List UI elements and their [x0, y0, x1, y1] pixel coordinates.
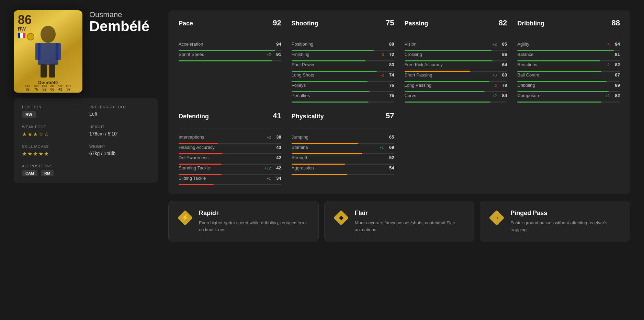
stat-val-curve: 84 — [499, 93, 507, 98]
stat-category-dribbling: Dribbling 88 Agility -4 94 Balance 81 — [517, 19, 620, 103]
rapid-icon: ⚡ — [177, 210, 193, 226]
info-position: Position RW — [22, 105, 82, 118]
stat-val-balance: 81 — [612, 52, 620, 57]
stat-val-acceleration: 94 — [273, 42, 281, 47]
traits-container: ⚡ Rapid+ Even higher sprint speed while … — [168, 201, 630, 241]
flag-stripe-blue — [18, 33, 20, 38]
skill-moves-label: Skill Moves — [22, 144, 82, 149]
stat-row-acceleration: Acceleration 94 — [179, 42, 281, 47]
stat-name-sprint-speed: Sprint Speed — [179, 52, 263, 57]
stat-mod-reactions: -2 — [601, 63, 610, 67]
stat-category-physicality: Physicality 57 Jumping 65 Stamina +1 69 — [292, 111, 394, 186]
card-name-bottom: Dembélé — [14, 80, 82, 85]
stat-placeholder-2 — [517, 111, 620, 186]
svg-rect-5 — [49, 64, 55, 78]
stat-bar-acceleration — [179, 50, 275, 51]
stat-mod-curve: +2 — [488, 94, 497, 98]
stat-row-composure: Composure +1 82 — [517, 93, 620, 98]
stat-row-interceptions: Interceptions +2 38 — [179, 134, 281, 140]
stat-row-sprint-speed: Sprint Speed +2 91 — [179, 52, 281, 57]
stat-mod-finishing: -3 — [376, 52, 384, 57]
physicality-value: 57 — [386, 111, 394, 120]
trait-name-pinged-pass: Pinged Pass — [510, 210, 622, 217]
passing-value: 82 — [499, 19, 507, 27]
defending-name: Defending — [179, 113, 209, 120]
stat-placeholder-1 — [405, 111, 507, 186]
alt-positions-label: Alt Positions — [22, 164, 150, 168]
dribbling-divider — [517, 36, 620, 36]
card-flags — [18, 33, 34, 40]
passing-name: Passing — [405, 20, 428, 27]
stat-name-penalties: Penalties — [292, 93, 376, 98]
stat-name-vision: Vision — [405, 42, 489, 47]
stat-val-composure: 82 — [612, 93, 620, 98]
shooting-value: 75 — [386, 19, 394, 27]
passing-divider — [405, 36, 507, 36]
stat-name-heading-accuracy: Heading Accuracy — [179, 145, 263, 150]
stat-name-dribbling-stat: Dribbling — [517, 83, 601, 88]
stat-row-dribbling-stat: Dribbling 89 — [517, 83, 620, 88]
stat-bar-wrap-acceleration — [179, 50, 281, 51]
stat-mod-standing-tackle: +12 — [263, 166, 271, 170]
stat-category-pace: Pace 92 Acceleration 94 Sprint Speed — [179, 19, 281, 103]
stat-row-jumping: Jumping 65 — [292, 134, 394, 140]
trait-text-rapid: Rapid+ Even higher sprint speed while dr… — [199, 210, 310, 233]
stat-val-reactions: 82 — [612, 62, 620, 67]
stat-val-long-shots: 74 — [386, 72, 394, 78]
trait-text-flair: Flair More accurate fancy passes/shots, … — [355, 210, 466, 233]
pace-value: 92 — [273, 19, 281, 27]
stat-row-penalties: Penalties 75 — [292, 93, 394, 98]
svg-rect-2 — [35, 43, 41, 60]
trait-name-rapid: Rapid+ — [199, 210, 310, 217]
stat-name-volleys: Volleys — [292, 83, 376, 88]
stat-val-crossing: 86 — [499, 52, 507, 57]
stat-name-finishing: Finishing — [292, 52, 376, 57]
defending-header: Defending 41 — [179, 111, 281, 123]
height-label: Height — [89, 125, 150, 129]
trait-card-rapid: ⚡ Rapid+ Even higher sprint speed while … — [168, 201, 319, 241]
stat-name-reactions: Reactions — [517, 62, 601, 67]
stats-grid-row2: Defending 41 Interceptions +2 38 Heading… — [179, 111, 620, 186]
trait-desc-rapid: Even higher sprint speed while dribbling… — [199, 220, 310, 233]
physicality-divider — [292, 129, 394, 129]
info-preferred-foot: Preferred Foot Left — [89, 105, 150, 118]
stat-name-def-awareness: Def Awareness — [179, 155, 263, 160]
stat-val-aggression: 54 — [386, 165, 394, 170]
stat-name-positioning: Positioning — [292, 42, 376, 47]
player-card-wrap: 86 RW — [14, 10, 82, 93]
skill-moves-value: ★★★★★ — [22, 151, 82, 157]
stat-val-volleys: 76 — [386, 83, 394, 88]
card-stat-phy: PHY 57 — [66, 85, 71, 91]
stat-val-penalties: 75 — [386, 93, 394, 98]
stat-val-jumping: 65 — [386, 134, 394, 140]
player-header: 86 RW — [14, 10, 158, 93]
card-stat-pac: PAC 92 — [25, 85, 30, 91]
stat-row-long-passing: Long Passing -2 78 — [405, 83, 507, 88]
stat-row-shot-power: Shot Power 83 — [292, 62, 394, 67]
stat-val-ball-control: 87 — [612, 72, 620, 78]
stat-val-dribbling-stat: 89 — [612, 83, 620, 88]
stat-row-heading-accuracy: Heading Accuracy 43 — [179, 145, 281, 150]
stat-bar-sprint-speed — [179, 60, 272, 61]
card-stat-def: DEF 41 — [58, 85, 63, 91]
defending-divider — [179, 129, 281, 129]
stat-row-volleys: Volleys 76 — [292, 83, 394, 88]
preferred-foot-label: Preferred Foot — [89, 105, 150, 109]
passing-header: Passing 82 — [405, 19, 507, 30]
player-card: 86 RW — [14, 10, 82, 93]
stat-row-def-awareness: Def Awareness 42 — [179, 155, 281, 160]
stat-name-agility: Agility — [517, 42, 601, 47]
stat-val-strength: 52 — [386, 155, 394, 160]
weak-foot-stars: ★★★☆☆ — [22, 131, 49, 137]
stat-mod-long-passing: -2 — [488, 83, 497, 87]
position-badge: RW — [22, 111, 36, 118]
stat-row-agility: Agility -4 94 — [517, 42, 620, 47]
info-weight: Weight 67kg / 148lb — [89, 144, 150, 157]
stat-name-balance: Balance — [517, 52, 601, 57]
page-container: 86 RW — [0, 0, 644, 252]
stat-val-stamina: 69 — [386, 145, 394, 150]
weight-label: Weight — [89, 144, 150, 149]
shooting-divider — [292, 36, 394, 36]
card-rating: 86 — [18, 14, 32, 26]
stat-name-acceleration: Acceleration — [179, 42, 263, 47]
